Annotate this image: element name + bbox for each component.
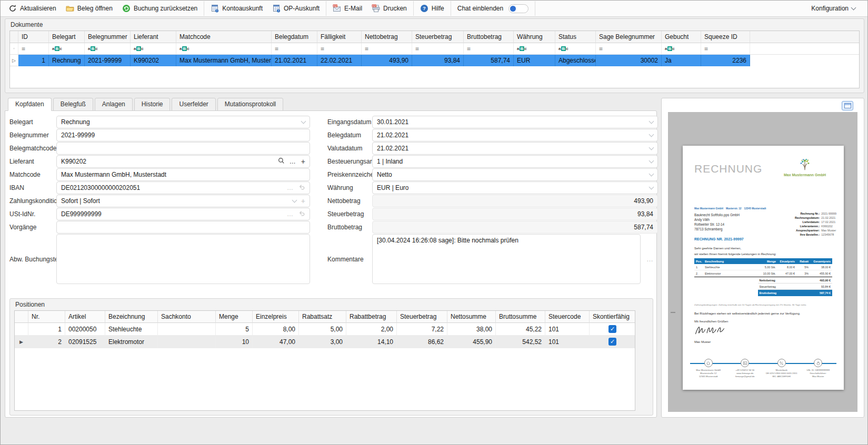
cell-matchcode[interactable]: Max Mustermann GmbH, Musterstadt [176, 55, 272, 66]
filter-id[interactable]: = [18, 43, 49, 55]
cell-steuerbetrag[interactable]: 86,62 [397, 336, 447, 348]
col-header-bruttosumme[interactable]: Bruttosumme [496, 311, 545, 323]
col-header-lieferant[interactable]: Lieferant [131, 31, 176, 43]
maximize-preview-button[interactable] [842, 101, 853, 110]
cell-nettosumme[interactable]: 38,00 [447, 323, 496, 336]
tab-mutationsprotokoll[interactable]: Mutationsprotokoll [217, 98, 283, 111]
cell-menge[interactable]: 5 [216, 323, 253, 336]
cell-faelligkeit[interactable]: 22.02.2021 [317, 55, 362, 66]
cell-artikel[interactable]: 02091525 [65, 336, 105, 348]
vorgaenge-input[interactable] [56, 221, 310, 234]
cell-belegdatum[interactable]: 21.02.2021 [272, 55, 317, 66]
tab-kopfdaten[interactable]: Kopfdaten [8, 98, 52, 111]
belegmatchcode-input[interactable] [56, 142, 310, 155]
filter-squeeze-id[interactable]: = [701, 43, 750, 55]
skontierfaehig-checkbox[interactable]: ✓ [608, 338, 616, 346]
cell-sachkonto[interactable] [158, 323, 216, 336]
col-header-steuerbetrag[interactable]: Steuerbetrag [397, 311, 447, 323]
chevron-down-icon[interactable] [292, 198, 297, 203]
filter-status[interactable]: aBc [555, 43, 596, 55]
chevron-down-icon[interactable] [649, 119, 654, 124]
refresh-button[interactable]: Aktualisieren [4, 2, 61, 15]
filter-sage-belegnummer[interactable]: = [596, 43, 662, 55]
position-row-2[interactable]: ▶ 2 02091525 Elektromotor 10 47,00 3,00 … [15, 336, 635, 348]
col-header-status[interactable]: Status [555, 31, 596, 43]
open-document-button[interactable]: Beleg öffnen [61, 2, 117, 15]
chevron-down-icon[interactable] [649, 185, 654, 190]
cell-gebucht[interactable]: Ja [662, 55, 701, 66]
filter-gutter[interactable] [10, 43, 18, 55]
col-header-rabattsatz[interactable]: Rabattsatz [299, 311, 346, 323]
email-button[interactable]: PDF E-Mail [328, 2, 367, 15]
cell-nr[interactable]: 1 [28, 323, 65, 336]
iban-input[interactable]: DE02120300000000202051 … [56, 181, 310, 194]
col-header-skontierfaehig[interactable]: Skontierfähig [590, 311, 635, 323]
cell-menge[interactable]: 10 [216, 336, 253, 348]
cell-sachkonto[interactable] [158, 336, 216, 348]
cell-rabattsatz[interactable]: 5,00 [299, 323, 346, 336]
cell-rabattsatz[interactable]: 3,00 [299, 336, 346, 348]
chat-toggle-switch[interactable] [508, 4, 528, 13]
col-header-bezeichnung[interactable]: Bezeichnung [105, 311, 158, 323]
besteuerungsart-select[interactable]: 1 | Inland [372, 155, 658, 168]
more-options-icon[interactable]: … [290, 158, 296, 165]
cell-steuerbetrag[interactable]: 93,84 [412, 55, 464, 66]
col-header-waehrung[interactable]: Währung [514, 31, 555, 43]
filter-gebucht[interactable]: aBc [662, 43, 701, 55]
undo-icon[interactable] [298, 210, 305, 218]
chevron-down-icon[interactable] [649, 158, 654, 164]
col-header-sage-belegnummer[interactable]: Sage Belegnummer [596, 31, 662, 43]
col-header-matchcode[interactable]: Matchcode [176, 31, 272, 43]
lieferant-input[interactable]: K990202 … + [56, 155, 310, 168]
col-header-gebucht[interactable]: Gebucht [662, 31, 701, 43]
add-icon[interactable]: + [301, 158, 305, 165]
col-header-rabattbetrag[interactable]: Rabattbetrag [346, 311, 397, 323]
col-header-menge[interactable]: Menge [216, 311, 253, 323]
position-row-1[interactable]: 1 00200050 Stehleuchte 5 8,00 5,00 2,00 … [15, 323, 635, 336]
abw-buchungstext-textarea[interactable] [56, 234, 310, 284]
cell-id[interactable]: 1 [18, 55, 49, 66]
reset-booking-button[interactable]: Buchung zurücksetzen [117, 2, 202, 15]
cell-belegart[interactable]: Rechnung [49, 55, 85, 66]
cell-bezeichnung[interactable]: Elektromotor [105, 336, 158, 348]
cell-steuerbetrag[interactable]: 7,22 [397, 323, 447, 336]
cell-rabattbetrag[interactable]: 14,10 [346, 336, 397, 348]
filter-steuerbetrag[interactable]: = [412, 43, 464, 55]
belegdatum-select[interactable]: 21.02.2021 [372, 129, 658, 141]
col-header-nettobetrag[interactable]: Nettobetrag [362, 31, 412, 43]
row-gutter[interactable] [15, 323, 28, 336]
filter-bruttobetrag[interactable]: = [464, 43, 514, 55]
chevron-down-icon[interactable] [649, 171, 654, 177]
filter-lieferant[interactable]: aBc [131, 43, 176, 55]
cell-bruttobetrag[interactable]: 587,74 [464, 55, 514, 66]
filter-nettobetrag[interactable]: = [362, 43, 412, 55]
matchcode-input[interactable]: Max Mustermann GmbH, Musterstadt [56, 168, 310, 181]
preiskennzeichen-select[interactable]: Netto [372, 168, 658, 181]
col-header-belegart[interactable]: Belegart [49, 31, 85, 43]
filter-belegdatum[interactable]: = [272, 43, 317, 55]
cell-nettobetrag[interactable]: 493,90 [362, 55, 412, 66]
undo-icon[interactable] [298, 184, 305, 192]
cell-sage-belegnummer[interactable]: 30002 [596, 55, 662, 66]
filter-faelligkeit[interactable]: = [317, 43, 362, 55]
tab-belegfuss[interactable]: Belegfuß [53, 98, 93, 111]
more-options-icon[interactable]: … [287, 184, 294, 191]
cell-bezeichnung[interactable]: Stehleuchte [105, 323, 158, 336]
help-button[interactable]: ? Hilfe [415, 2, 449, 15]
col-header-squeeze-id[interactable]: Squeeze ID [701, 31, 750, 43]
belegart-select[interactable]: Rechnung [56, 116, 310, 128]
account-statement-button[interactable]: i Kontoauskunft [206, 2, 267, 15]
filter-belegart[interactable]: aBc [49, 43, 85, 55]
chevron-down-icon[interactable] [301, 119, 306, 124]
op-statement-button[interactable]: i OP-Auskunft [267, 2, 324, 15]
add-icon[interactable]: + [301, 197, 305, 205]
filter-waehrung[interactable]: aBc [514, 43, 555, 55]
cell-einzelpreis[interactable]: 47,00 [253, 336, 299, 348]
col-header-id[interactable]: ID [18, 31, 49, 43]
kommentare-textarea[interactable]: [30.04.2024 16:26:08 sage]: Bitte nochma… [372, 234, 641, 284]
cell-artikel[interactable]: 00200050 [65, 323, 105, 336]
chevron-down-icon[interactable] [649, 132, 654, 137]
col-header-faelligkeit[interactable]: Fälligkeit [317, 31, 362, 43]
col-header-steuerbetrag[interactable]: Steuerbetrag [412, 31, 464, 43]
col-header-nettosumme[interactable]: Nettosumme [447, 311, 496, 323]
